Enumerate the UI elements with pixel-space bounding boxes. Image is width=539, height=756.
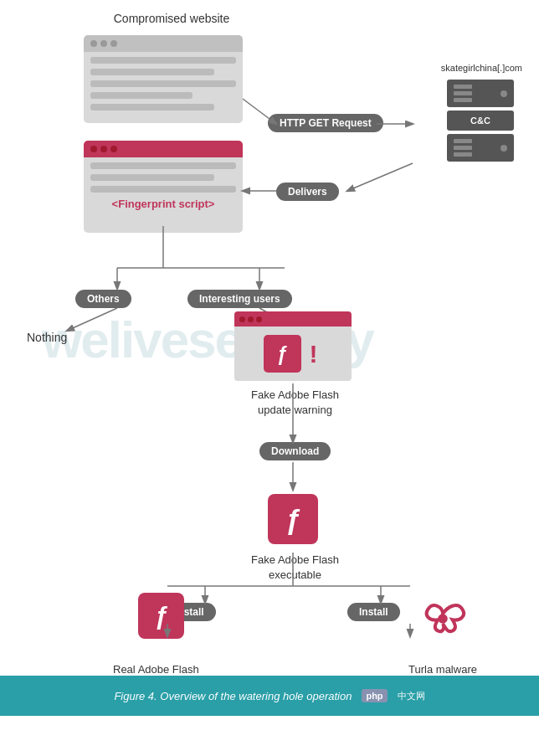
real-flash-label: Real Adobe Flash [113, 663, 199, 676]
browser-titlebar-top [84, 35, 243, 52]
browser-line [90, 92, 192, 99]
http-get-pill: HTTP GET Request [268, 114, 383, 132]
browser-line [90, 162, 236, 169]
browser-line [90, 186, 236, 193]
dot2 [100, 40, 107, 47]
fingerprint-browser-window: <Fingerprint script> [84, 141, 243, 233]
svg-point-19 [440, 616, 445, 621]
turla-label: Turla malware [393, 663, 493, 676]
others-pill: Others [75, 290, 131, 308]
flash-exe-label: Fake Adobe Flashexecutable [222, 553, 368, 583]
server-unit-2: C&C [447, 111, 514, 131]
browser-line [90, 104, 214, 111]
fingerprint-script-label: <Fingerprint script> [90, 198, 236, 210]
dot2 [248, 316, 254, 322]
dot3 [110, 146, 117, 152]
browser-body-top [84, 52, 243, 123]
flash-warning-label: Fake Adobe Flashupdate warning [222, 388, 368, 418]
flash-exe-icon: ƒ [268, 494, 318, 544]
server-unit-1 [447, 80, 514, 107]
php-badge: php [362, 689, 387, 702]
dot3 [256, 316, 262, 322]
flash-icon: ƒ [264, 335, 301, 373]
dot2 [100, 146, 107, 152]
server-line-h [454, 152, 472, 157]
cnc-server: C&C [447, 80, 514, 165]
svg-line-8 [67, 308, 117, 331]
install-right-pill: Install [347, 603, 400, 621]
main-content: welivesecurity Compromised website <Fi [0, 0, 539, 716]
server-domain-label: skategirlchina[.]com [441, 63, 522, 73]
browser-line [90, 80, 236, 87]
compromised-website-label: Compromised website [88, 12, 255, 25]
caption-text: Figure 4. Overview of the watering hole … [114, 690, 352, 702]
biohazard-icon [418, 594, 468, 644]
exclaim-icon: ! [305, 335, 323, 373]
server-line-h [454, 91, 472, 95]
interesting-users-pill: Interesting users [187, 290, 292, 308]
server-lines [454, 85, 472, 102]
server-line-h [454, 85, 472, 89]
cn-badge: 中文网 [398, 690, 425, 702]
caption-bar: Figure 4. Overview of the watering hole … [0, 676, 539, 716]
browser-line [90, 57, 236, 64]
dot1 [239, 316, 245, 322]
server-line-h [454, 98, 472, 102]
server-dot [501, 145, 507, 152]
browser-body-bottom: <Fingerprint script> [84, 157, 243, 233]
dot1 [90, 40, 97, 47]
cnc-label: C&C [470, 116, 490, 126]
server-unit-3 [447, 134, 514, 162]
server-line-h [454, 146, 472, 150]
flash-warning-popup: ƒ ! [234, 311, 352, 381]
real-flash-icon: ƒ [138, 593, 184, 639]
dot3 [110, 40, 117, 47]
compromised-browser-window [84, 35, 243, 123]
browser-titlebar-bottom [84, 141, 243, 157]
server-lines [454, 139, 472, 157]
flash-popup-titlebar [234, 311, 352, 327]
flash-popup-body: ƒ ! [234, 327, 352, 381]
server-line-h [454, 139, 472, 143]
delivers-pill: Delivers [276, 183, 339, 201]
browser-line [90, 69, 214, 75]
svg-line-2 [347, 163, 413, 191]
nothing-label: Nothing [27, 331, 67, 344]
download-pill: Download [259, 442, 331, 460]
dot1 [90, 146, 97, 152]
browser-line [90, 174, 214, 181]
server-dot [501, 90, 507, 97]
